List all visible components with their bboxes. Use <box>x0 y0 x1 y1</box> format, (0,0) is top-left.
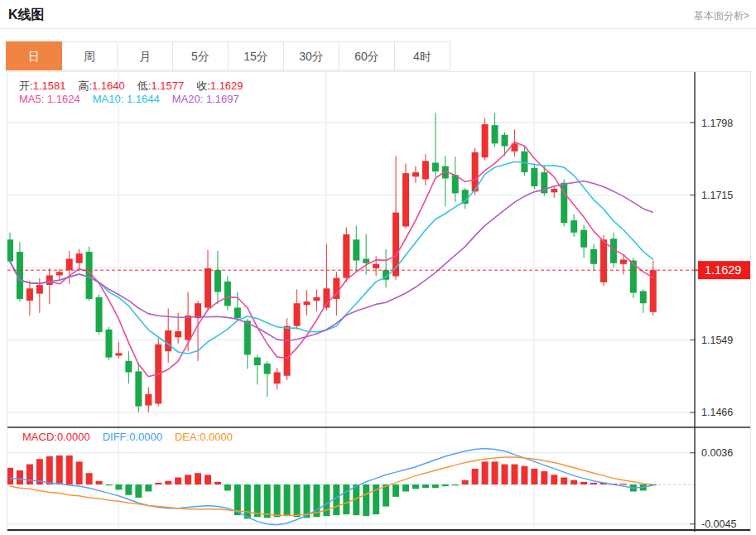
tab-monthly[interactable]: 月 <box>117 41 173 70</box>
ma20-line <box>10 181 653 341</box>
macd-histogram-bar <box>254 484 261 517</box>
macd-histogram-bar <box>432 484 439 488</box>
candle-down <box>571 220 577 233</box>
macd-histogram-bar <box>115 484 122 489</box>
macd-histogram-bar <box>175 478 181 484</box>
candle-down <box>214 270 221 292</box>
candle-down <box>106 330 113 358</box>
candle-up <box>294 303 301 325</box>
tab-30min[interactable]: 30分 <box>283 41 339 70</box>
candle-up <box>343 234 349 278</box>
macd-histogram-bar <box>294 484 301 517</box>
candle-down <box>521 152 527 172</box>
candle-up <box>26 288 33 301</box>
macd-histogram-bar <box>620 484 627 484</box>
price-tick-label: 1.1798 <box>701 118 733 129</box>
candle-down <box>7 239 13 261</box>
macd-histogram-bar <box>343 484 349 514</box>
candle-down <box>244 321 251 354</box>
price-tick-label: 1.1549 <box>701 335 733 346</box>
macd-histogram-bar <box>304 484 311 518</box>
candle-up <box>175 331 181 337</box>
candle-up <box>392 213 399 277</box>
candle-up <box>482 124 489 157</box>
candle-up <box>304 301 311 305</box>
macd-histogram-bar <box>214 482 221 484</box>
macd-histogram-bar <box>502 465 508 484</box>
macd-histogram-bar <box>224 484 231 490</box>
macd-histogram-bar <box>125 484 132 495</box>
candle-down <box>502 135 508 147</box>
macd-histogram-bar <box>26 465 33 484</box>
kline-chart-container: 1.17981.17151.15491.14660.0036-0.00451.1… <box>7 71 751 532</box>
kline-chart-canvas[interactable]: 1.17981.17151.15491.14660.0036-0.00451.1… <box>7 72 750 532</box>
macd-histogram-bar <box>511 465 518 484</box>
macd-histogram-bar <box>17 470 23 484</box>
candle-down <box>135 371 142 406</box>
candle-up <box>422 161 429 179</box>
current-price-tag-label: 1.1629 <box>705 263 741 277</box>
page-title: K线图 <box>8 7 45 24</box>
candle-up <box>205 268 211 307</box>
dea-line <box>10 457 653 515</box>
tab-60min[interactable]: 60分 <box>339 41 395 70</box>
macd-histogram-bar <box>76 461 83 484</box>
candle-up <box>195 303 201 318</box>
candle-up <box>313 297 320 301</box>
candle-down <box>264 364 271 374</box>
candle-up <box>284 326 291 376</box>
macd-histogram-bar <box>96 481 103 484</box>
fundamental-analysis-link[interactable]: 基本面分析> <box>694 9 749 23</box>
macd-histogram-bar <box>363 484 369 516</box>
macd-histogram-bar <box>561 478 567 484</box>
candle-up <box>165 330 171 351</box>
tab-5min[interactable]: 5分 <box>172 41 229 70</box>
macd-histogram-bar <box>580 482 587 484</box>
candle-down <box>125 361 132 373</box>
macd-histogram-bar <box>482 461 489 484</box>
candle-up <box>56 272 63 275</box>
candle-up <box>145 394 152 406</box>
macd-histogram-bar <box>571 480 577 484</box>
macd-histogram-bar <box>155 483 161 484</box>
price-tick-label: 1.1466 <box>701 407 733 418</box>
macd-histogram-bar <box>521 466 527 484</box>
tab-4hour[interactable]: 4时 <box>394 41 450 70</box>
macd-histogram-bar <box>46 456 53 484</box>
tab-15min[interactable]: 15分 <box>228 41 284 70</box>
macd-histogram-bar <box>66 455 73 484</box>
candle-up <box>66 258 73 270</box>
candle-up <box>402 173 409 226</box>
candle-up <box>185 316 191 340</box>
candle-down <box>96 297 103 332</box>
macd-histogram-bar <box>195 473 201 484</box>
macd-histogram-bar <box>551 475 557 484</box>
candle-up <box>323 288 330 307</box>
macd-histogram-bar <box>323 484 330 516</box>
candle-down <box>492 125 498 143</box>
macd-histogram-bar <box>462 480 469 484</box>
macd-histogram-bar <box>284 484 291 516</box>
candle-up <box>373 264 379 268</box>
candle-down <box>363 258 369 263</box>
macd-histogram-bar <box>452 484 459 485</box>
macd-histogram-bar <box>422 484 429 488</box>
candle-down <box>432 162 439 171</box>
macd-histogram-bar <box>135 484 142 498</box>
macd-histogram-bar <box>472 469 479 484</box>
diff-line <box>10 449 653 525</box>
price-tick-label: 1.1715 <box>701 190 733 201</box>
macd-histogram-bar <box>56 455 63 484</box>
candle-up <box>274 373 281 384</box>
candle-up <box>36 285 43 294</box>
tab-weekly[interactable]: 周 <box>61 41 118 70</box>
candle-down <box>353 239 359 260</box>
candle-down <box>254 358 261 365</box>
macd-histogram-bar <box>185 475 191 484</box>
macd-histogram-bar <box>264 484 271 518</box>
macd-histogram-bar <box>274 484 281 517</box>
macd-histogram-bar <box>531 469 537 484</box>
candle-down <box>224 282 231 306</box>
tab-daily[interactable]: 日 <box>6 41 62 70</box>
macd-histogram-bar <box>392 484 399 497</box>
